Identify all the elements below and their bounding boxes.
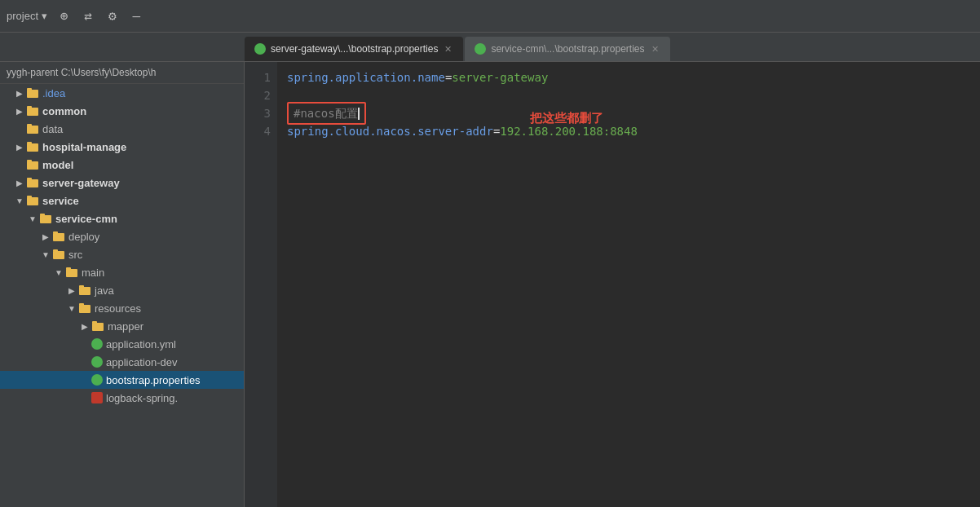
sidebar-item-java[interactable]: ▶ java <box>0 281 244 299</box>
arrow-model <box>13 158 26 171</box>
svg-rect-22 <box>79 287 90 295</box>
label-mapper: mapper <box>108 320 143 333</box>
svg-rect-9 <box>27 160 32 162</box>
svg-rect-6 <box>27 143 38 152</box>
svg-rect-2 <box>27 108 38 116</box>
folder-icon-java <box>78 284 91 297</box>
label-resources: resources <box>95 302 141 315</box>
svg-rect-12 <box>27 197 38 205</box>
arrow-deploy: ▶ <box>39 230 52 243</box>
folder-icon-hospital <box>26 140 39 153</box>
folder-icon-src <box>52 248 65 261</box>
svg-rect-16 <box>53 233 64 241</box>
svg-rect-14 <box>40 215 51 223</box>
folder-icon-common <box>26 104 39 117</box>
tab-server-gateway[interactable]: server-gateway\...\bootstrap.properties … <box>245 37 463 61</box>
sidebar-item-main[interactable]: ▼ main <box>0 263 244 281</box>
sidebar-item-application-dev[interactable]: application-dev <box>0 353 244 371</box>
line-numbers: 1 2 3 4 <box>245 62 277 507</box>
tab-close-2[interactable]: ✕ <box>650 44 660 55</box>
svg-rect-8 <box>27 161 38 170</box>
svg-rect-18 <box>53 251 64 259</box>
file-icon-bootstrap <box>91 374 103 386</box>
arrow-mapper: ▶ <box>78 320 91 333</box>
line-num-2: 2 <box>245 86 271 104</box>
label-main: main <box>82 267 104 279</box>
code-comment-3: #nacos配置 <box>294 104 358 122</box>
sidebar-item-deploy[interactable]: ▶ deploy <box>0 227 244 245</box>
sidebar-item-logback[interactable]: logback-spring. <box>0 389 244 407</box>
folder-icon-deploy <box>52 230 65 243</box>
label-bootstrap: bootstrap.properties <box>106 374 201 386</box>
editor-area[interactable]: 1 2 3 4 spring.application.name=server-g… <box>245 62 980 507</box>
sidebar-item-data[interactable]: data <box>0 120 244 138</box>
svg-rect-0 <box>27 90 38 98</box>
toolbar: project ▾ ⊕ ⇄ ⚙ — <box>0 0 980 33</box>
folder-icon-idea <box>26 86 39 99</box>
code-eq-4: = <box>493 122 500 140</box>
project-label[interactable]: project ▾ <box>7 10 47 22</box>
arrow-service: ▼ <box>13 194 26 207</box>
svg-rect-26 <box>92 323 104 331</box>
arrow-idea: ▶ <box>13 86 26 99</box>
label-model: model <box>42 159 73 171</box>
svg-rect-1 <box>27 88 32 90</box>
tab-label-2: service-cmn\...\bootstrap.properties <box>491 43 644 55</box>
arrow-main: ▼ <box>52 266 65 279</box>
code-line-4: spring.cloud.nacos.server-addr=192.168.2… <box>287 122 980 140</box>
svg-rect-4 <box>27 126 38 134</box>
code-key-4: spring.cloud.nacos.server-addr <box>287 122 493 140</box>
sidebar-item-bootstrap[interactable]: bootstrap.properties <box>0 371 244 389</box>
editor-content: 1 2 3 4 spring.application.name=server-g… <box>245 62 980 507</box>
sidebar: yygh-parent C:\Users\fy\Desktop\h ▶ .ide… <box>0 62 245 507</box>
tab-label-1: server-gateway\...\bootstrap.properties <box>271 43 438 55</box>
tab-close-1[interactable]: ✕ <box>443 44 453 55</box>
sidebar-item-src[interactable]: ▼ src <box>0 245 244 263</box>
code-val-4: 192.168.200.188:8848 <box>500 122 638 140</box>
sidebar-item-idea[interactable]: ▶ .idea <box>0 84 244 102</box>
sidebar-item-service-cmn[interactable]: ▼ service-cmn <box>0 209 244 227</box>
file-icon-appyml <box>91 338 103 350</box>
tab-file-icon-2 <box>475 43 486 55</box>
file-icon-logback <box>91 392 103 403</box>
gear-icon[interactable]: ⚙ <box>105 5 120 27</box>
tab-bar: server-gateway\...\bootstrap.properties … <box>0 33 980 62</box>
sidebar-item-model[interactable]: model <box>0 156 244 174</box>
arrow-logback <box>78 391 91 404</box>
split-icon[interactable]: ⇄ <box>81 5 95 27</box>
code-line-3: #nacos配置 <box>287 104 980 122</box>
arrow-src: ▼ <box>39 248 52 261</box>
label-data: data <box>42 123 63 135</box>
add-icon[interactable]: ⊕ <box>57 5 72 27</box>
svg-rect-21 <box>66 267 71 270</box>
svg-rect-20 <box>66 269 77 277</box>
label-deploy: deploy <box>68 231 99 243</box>
tab-service-cmn[interactable]: service-cmn\...\bootstrap.properties ✕ <box>465 37 669 61</box>
code-val-1: server-gateway <box>452 68 548 86</box>
label-application-yml: application.yml <box>106 338 176 350</box>
folder-icon-mapper <box>91 320 104 333</box>
sidebar-item-service[interactable]: ▼ service <box>0 192 244 209</box>
label-hospital: hospital-manage <box>42 141 126 153</box>
sidebar-item-mapper[interactable]: ▶ mapper <box>0 317 244 335</box>
label-idea: .idea <box>42 87 65 99</box>
minimize-icon[interactable]: — <box>130 5 144 27</box>
line-num-1: 1 <box>245 68 271 86</box>
sidebar-item-resources[interactable]: ▼ resources <box>0 299 244 317</box>
sidebar-item-application-yml[interactable]: application.yml <box>0 335 244 353</box>
folder-icon-main <box>65 266 78 279</box>
arrow-bootstrap <box>78 373 91 386</box>
arrow-java: ▶ <box>65 284 78 297</box>
svg-rect-15 <box>40 214 45 216</box>
sidebar-item-common[interactable]: ▶ common <box>0 102 244 120</box>
svg-rect-19 <box>53 249 58 252</box>
folder-icon-server-gateway <box>26 176 39 189</box>
code-key-1: spring.application.name <box>287 68 445 86</box>
svg-rect-11 <box>27 178 32 180</box>
svg-rect-7 <box>27 142 32 144</box>
arrow-data <box>13 122 26 135</box>
sidebar-item-hospital[interactable]: ▶ hospital-manage <box>0 138 244 156</box>
line-num-4: 4 <box>245 122 271 140</box>
tab-file-icon-1 <box>254 43 266 55</box>
sidebar-item-server-gateway[interactable]: ▶ server-gateway <box>0 174 244 192</box>
